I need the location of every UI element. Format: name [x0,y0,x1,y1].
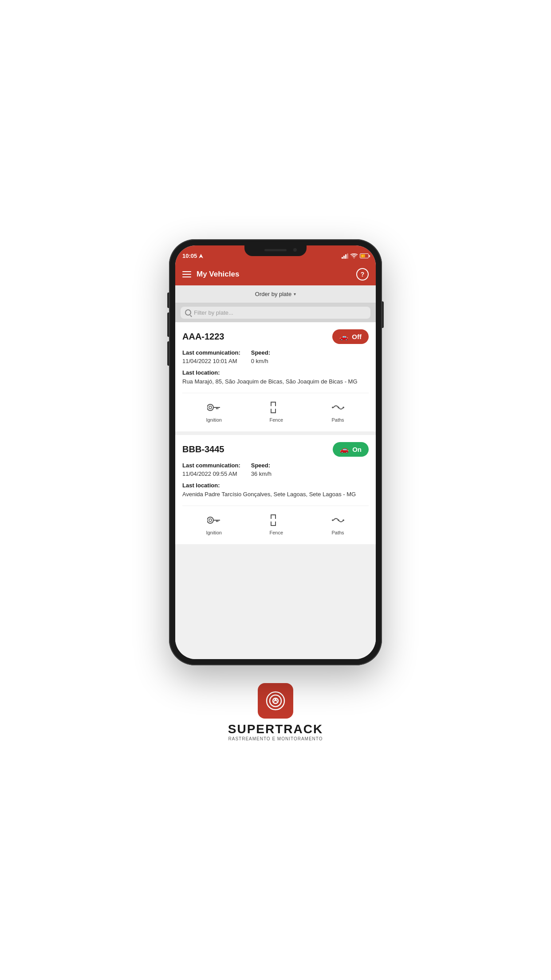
key-icon-2 [207,513,221,527]
header-left: My Vehicles [182,270,239,279]
page-wrapper: 10:05 [0,0,551,980]
info-row-2: Last communication: 11/04/2022 09:55 AM … [182,462,369,478]
action-row-1: Ignition Fence [182,393,369,424]
search-input[interactable]: Filter by plate... [194,309,233,316]
vehicle-card-2: BBB-3445 🚗 On Last communication: 11/04/… [175,435,376,544]
vehicle-card-1: AAA-1223 🚗 Off Last communication: 11/04… [175,322,376,431]
car-icon-1: 🚗 [339,332,348,341]
battery-fill: ⚡ [361,254,365,257]
card-header-1: AAA-1223 🚗 Off [182,329,369,344]
location-label-1: Last location: [182,369,369,376]
ignition-label-2: Ignition [206,530,221,535]
phone-shell: 10:05 [169,239,382,665]
ignition-label-1: Ignition [206,417,221,423]
action-row-2: Ignition Fence [182,506,369,537]
speed-value-1: 0 km/h [251,358,268,364]
logo-subtitle: RASTREAMENTO E MONITORAMENTO [228,736,323,741]
logo-text: SUPERTRACK RASTREAMENTO E MONITORAMENTO [228,722,323,741]
logo-brand: SUPERTRACK [228,722,323,736]
status-icons: ⚡ [342,253,369,259]
status-badge-1: 🚗 Off [332,329,369,344]
svg-point-10 [209,519,212,522]
volume-down-button [167,341,169,366]
phone-screen: 10:05 [175,245,376,659]
silent-button [167,292,169,308]
svg-point-1 [207,404,213,411]
speed-col-1: Speed: 0 km/h [251,349,270,365]
notch [244,245,307,256]
fence-icon-2 [269,513,283,527]
key-icon [207,400,221,415]
info-row-1: Last communication: 11/04/2022 10:01 AM … [182,349,369,365]
location-label-2: Last location: [182,482,369,489]
status-badge-2: 🚗 On [333,442,369,457]
volume-up-button [167,312,169,337]
speed-label-1: Speed: [251,349,270,356]
front-camera [293,248,297,252]
status-text-1: Off [352,333,362,340]
status-time: 10:05 [182,253,203,259]
last-comm-col-1: Last communication: 11/04/2022 10:01 AM [182,349,240,365]
help-button[interactable]: ? [356,268,369,281]
hamburger-menu-button[interactable] [182,271,191,277]
app-header: My Vehicles ? [175,263,376,285]
speed-label-2: Speed: [251,462,272,469]
status-text-2: On [352,446,362,453]
last-comm-col-2: Last communication: 11/04/2022 09:55 AM [182,462,240,478]
fence-label-2: Fence [269,530,283,535]
app-content: Order by plate ▾ Filter by plate... [175,285,376,659]
paths-icon-2 [331,513,345,527]
fence-icon [269,400,283,415]
sort-bar[interactable]: Order by plate ▾ [175,285,376,303]
location-text-2: Avenida Padre Tarcísio Gonçalves, Sete L… [182,490,369,498]
sort-label: Order by plate ▾ [255,291,296,297]
svg-marker-0 [199,254,203,258]
fence-label-1: Fence [269,417,283,423]
last-comm-label-2: Last communication: [182,462,240,469]
speed-col-2: Speed: 36 km/h [251,462,272,478]
logo-section: SUPERTRACK RASTREAMENTO E MONITORAMENTO [228,683,323,741]
last-comm-value-2: 11/04/2022 09:55 AM [182,470,237,477]
search-icon [185,309,191,316]
svg-point-2 [209,406,212,409]
last-comm-label-1: Last communication: [182,349,240,356]
fence-button-1[interactable]: Fence [264,399,289,424]
location-arrow-icon [199,254,203,258]
plate-number-1: AAA-1223 [182,332,224,342]
vehicles-list: AAA-1223 🚗 Off Last communication: 11/04… [175,322,376,659]
svg-point-15 [342,519,344,521]
speed-value-2: 36 km/h [251,470,272,477]
battery-icon: ⚡ [360,253,369,258]
car-icon-2: 🚗 [340,445,349,454]
paths-button-2[interactable]: Paths [326,511,350,537]
ignition-button-2[interactable]: Ignition [201,511,227,537]
power-button [382,301,384,328]
signal-strength-icon [342,253,348,259]
app-title: My Vehicles [197,270,239,279]
supertrack-logo-icon [258,683,293,719]
ignition-button-1[interactable]: Ignition [201,399,227,424]
paths-button-1[interactable]: Paths [326,399,350,424]
svg-point-9 [207,517,213,523]
paths-label-1: Paths [331,417,344,423]
last-comm-value-1: 11/04/2022 10:01 AM [182,358,237,364]
svg-point-8 [338,407,339,408]
speaker [264,249,287,251]
fence-button-2[interactable]: Fence [264,511,289,537]
paths-icon [331,400,345,415]
wifi-icon [350,253,358,259]
location-text-1: Rua Marajó, 85, São Joaquim de Bicas, Sã… [182,378,369,386]
search-input-wrapper[interactable]: Filter by plate... [181,307,370,319]
svg-point-7 [342,407,344,408]
search-bar: Filter by plate... [175,303,376,322]
card-header-2: BBB-3445 🚗 On [182,442,369,457]
svg-point-16 [338,519,339,521]
chevron-down-icon: ▾ [294,292,296,296]
paths-label-2: Paths [331,530,344,535]
plate-number-2: BBB-3445 [182,444,224,454]
